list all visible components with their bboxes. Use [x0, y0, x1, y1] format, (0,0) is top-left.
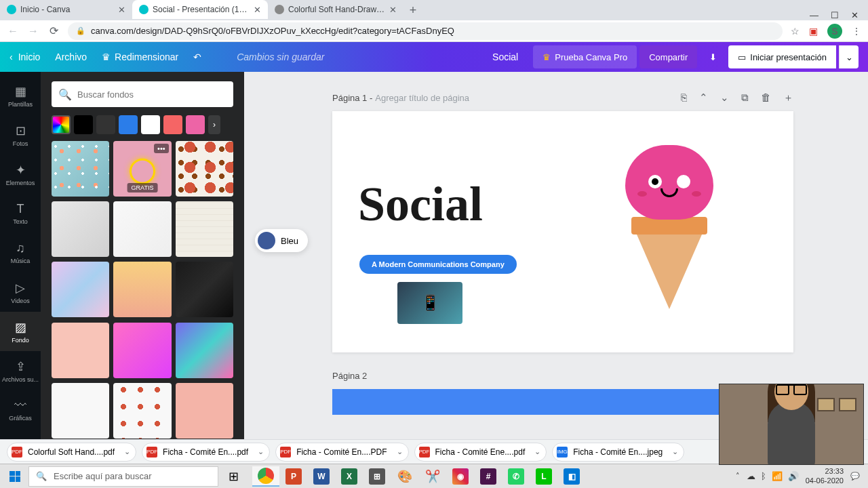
forward-button[interactable]: → — [27, 25, 39, 37]
sidebar-item-musica[interactable]: ♫Música — [0, 233, 41, 272]
sidebar-item-archivos[interactable]: ⇪Archivos su... — [0, 351, 41, 390]
calculator-icon[interactable]: ⊞ — [363, 466, 391, 487]
bg-thumb[interactable] — [52, 383, 109, 439]
wifi-icon[interactable]: 📶 — [772, 471, 783, 481]
powerpoint-icon[interactable]: P — [280, 466, 307, 487]
close-icon[interactable]: ✕ — [254, 5, 261, 15]
sidebar-item-fotos[interactable]: ⊡Fotos — [0, 115, 41, 155]
tray-expand-icon[interactable]: ˄ — [736, 472, 740, 481]
browser-tab-1[interactable]: Social - Presentación (16:9) ✕ — [132, 0, 268, 19]
bg-thumb[interactable]: •••GRATIS — [113, 141, 171, 197]
swatch-darkgray[interactable] — [96, 115, 115, 134]
slack-icon[interactable]: # — [475, 466, 502, 487]
menu-icon[interactable]: ⋮ — [852, 26, 861, 37]
more-icon[interactable]: ••• — [154, 144, 169, 153]
bg-thumb[interactable] — [52, 323, 109, 378]
download-item[interactable]: PDFFicha - Comité En....PDF⌄ — [275, 443, 408, 462]
whatsapp-icon[interactable]: ✆ — [502, 466, 530, 487]
download-item[interactable]: PDFColorful Soft Hand....pdf⌄ — [7, 443, 136, 462]
slide-1[interactable]: Social A Modern Communications Company 📱 — [332, 111, 793, 352]
bg-thumb[interactable] — [176, 383, 233, 439]
taskbar-search[interactable]: 🔍 Escribe aquí para buscar — [28, 466, 218, 487]
snip-icon[interactable]: ✂️ — [419, 466, 446, 487]
download-item[interactable]: PDFFicha - Comité En....pdf⌄ — [142, 443, 270, 462]
extension-icon[interactable]: ▣ — [809, 26, 818, 37]
chrome-icon[interactable] — [252, 466, 279, 487]
swatch-white[interactable] — [141, 115, 160, 134]
chevron-down-icon[interactable]: ⌄ — [258, 447, 264, 456]
sidebar-item-videos[interactable]: ▷Videos — [0, 272, 41, 312]
sidebar-item-texto[interactable]: TTexto — [0, 194, 41, 233]
back-button[interactable]: ← — [7, 25, 19, 37]
bg-thumb[interactable] — [113, 323, 171, 378]
sidebar-item-fondo[interactable]: ▨Fondo — [0, 312, 41, 351]
chevron-down-icon[interactable]: ⌄ — [534, 447, 540, 456]
bluetooth-icon[interactable]: ᛒ — [761, 471, 766, 481]
minimize-icon[interactable]: — — [810, 10, 818, 20]
move-up-icon[interactable]: ⌃ — [699, 92, 708, 104]
page-title-hint[interactable]: Agregar título de página — [375, 93, 469, 103]
excel-icon[interactable]: X — [336, 466, 363, 487]
try-pro-button[interactable]: ♛ Prueba Canva Pro — [533, 45, 637, 68]
document-title[interactable]: Social — [492, 52, 518, 62]
bg-thumb[interactable] — [176, 201, 233, 257]
duplicate-icon[interactable]: ⧉ — [741, 92, 749, 104]
swatch-red[interactable] — [163, 115, 182, 134]
present-dropdown[interactable]: ⌄ — [839, 45, 859, 68]
start-button[interactable] — [3, 466, 27, 487]
slide-image[interactable]: 📱 — [397, 282, 462, 324]
download-item[interactable]: PDFFicha - Comité Ene....pdf⌄ — [414, 443, 547, 462]
sidebar-item-plantillas[interactable]: ▦Plantillas — [0, 76, 41, 115]
close-icon[interactable]: ✕ — [118, 5, 125, 15]
notifications-icon[interactable]: 💬 — [850, 472, 860, 481]
maximize-icon[interactable]: ☐ — [831, 10, 839, 20]
bg-thumb[interactable] — [52, 201, 109, 257]
url-field[interactable]: 🔒 canva.com/design/DAD-Q9hSrQ0/oFBVrDIJX… — [68, 22, 783, 40]
paint-icon[interactable]: 🎨 — [391, 466, 418, 487]
bg-thumb[interactable] — [176, 262, 233, 317]
close-window-icon[interactable]: ✕ — [851, 10, 859, 20]
search-input[interactable]: 🔍 — [52, 81, 233, 107]
bg-thumb[interactable] — [52, 262, 109, 317]
volume-icon[interactable]: 🔊 — [788, 471, 799, 481]
download-item[interactable]: IMGFicha - Comité En....jpeg⌄ — [552, 443, 684, 462]
word-icon[interactable]: W — [308, 466, 335, 487]
slide-subtitle[interactable]: A Modern Communications Company — [359, 255, 517, 274]
collaborator-chip[interactable]: Bleu — [255, 229, 308, 252]
profile-avatar[interactable]: S — [827, 24, 842, 39]
bg-thumb[interactable] — [176, 323, 233, 378]
file-menu[interactable]: Archivo — [55, 52, 87, 62]
chevron-down-icon[interactable]: ⌄ — [672, 447, 678, 456]
sidebar-item-elementos[interactable]: ✦Elementos — [0, 155, 41, 194]
browser-tab-2[interactable]: Colorful Soft Hand-Drawn and Pl ✕ — [268, 0, 403, 19]
resize-button[interactable]: ♛ Redimensionar — [102, 52, 178, 62]
taskbar-clock[interactable]: 23:33 04-06-2020 — [806, 467, 844, 485]
bg-thumb[interactable] — [52, 141, 109, 197]
task-view-icon[interactable]: ⊞ — [220, 466, 247, 487]
swatch-black[interactable] — [74, 115, 93, 134]
app-icon[interactable]: ◧ — [558, 466, 585, 487]
bg-thumb[interactable] — [176, 141, 233, 197]
swatches-next[interactable]: › — [208, 115, 220, 134]
line-icon[interactable]: L — [530, 466, 557, 487]
star-icon[interactable]: ☆ — [791, 26, 800, 37]
close-icon[interactable]: ✕ — [389, 5, 397, 15]
ice-cream-illustration[interactable] — [618, 145, 720, 309]
sidebar-item-graficas[interactable]: 〰Gráficas — [0, 390, 41, 430]
color-picker-swatch[interactable] — [52, 115, 71, 134]
reload-button[interactable]: ⟳ — [47, 24, 60, 37]
home-link[interactable]: ‹ Inicio — [9, 52, 40, 62]
instagram-icon[interactable]: ◉ — [447, 466, 474, 487]
browser-tab-0[interactable]: Inicio - Canva ✕ — [0, 0, 132, 19]
chevron-down-icon[interactable]: ⌄ — [397, 447, 403, 456]
new-tab-button[interactable]: + — [403, 0, 422, 20]
chevron-down-icon[interactable]: ⌄ — [124, 447, 130, 456]
move-down-icon[interactable]: ⌄ — [720, 92, 729, 104]
download-button[interactable]: ⬇ — [700, 45, 726, 68]
bg-thumb[interactable] — [113, 201, 171, 257]
add-page-icon[interactable]: ＋ — [783, 92, 793, 104]
delete-icon[interactable]: 🗑 — [761, 92, 771, 104]
search-field[interactable] — [77, 89, 226, 100]
slide-title[interactable]: Social — [358, 176, 483, 232]
notes-icon[interactable]: ⎘ — [681, 92, 687, 104]
